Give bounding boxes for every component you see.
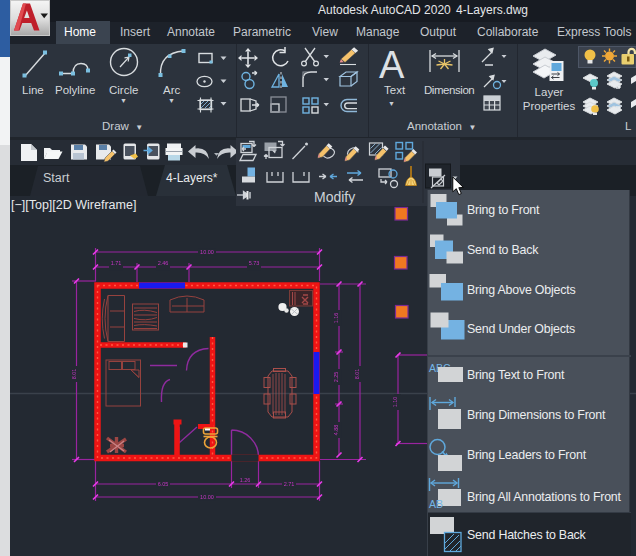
svg-text:4.88: 4.88	[333, 425, 339, 436]
svg-text:10.00: 10.00	[200, 249, 214, 255]
svg-text:AB: AB	[429, 498, 443, 510]
svg-text:1.10: 1.10	[392, 397, 398, 408]
svg-text:2.71: 2.71	[284, 481, 295, 487]
svg-text:A: A	[379, 44, 405, 86]
svg-text:1.26: 1.26	[240, 477, 251, 483]
svg-text:8.01: 8.01	[354, 369, 360, 380]
svg-text:5.73: 5.73	[249, 260, 260, 266]
svg-text:1.71: 1.71	[111, 260, 122, 266]
svg-text:2.25: 2.25	[333, 372, 339, 383]
svg-text:6.05: 6.05	[158, 481, 169, 487]
svg-text:8.01: 8.01	[71, 369, 77, 380]
svg-text:1.16: 1.16	[333, 313, 339, 324]
svg-text:2.46: 2.46	[158, 260, 169, 266]
svg-text:10.00: 10.00	[200, 494, 214, 500]
